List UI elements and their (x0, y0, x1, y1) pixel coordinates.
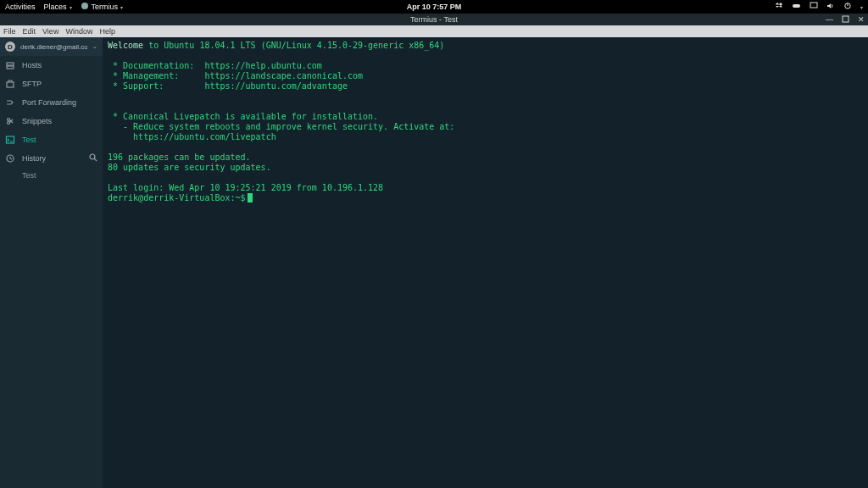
places-label: Places (44, 3, 67, 11)
sidebar-item-port-forwarding[interactable]: Port Forwarding (0, 93, 103, 112)
packages-line: 196 packages can be updated. (108, 152, 251, 162)
welcome-keyword: Welcome (108, 41, 143, 50)
svg-rect-11 (7, 136, 14, 143)
livepatch-url: https://ubuntu.com/livepatch (108, 132, 276, 141)
window-title-bar[interactable]: Termius - Test — ✕ (0, 14, 868, 25)
termius-app-icon (81, 2, 89, 12)
livepatch-line: - Reduce system reboots and improve kern… (108, 122, 454, 131)
sidebar-item-history[interactable]: History (0, 149, 103, 168)
welcome-line: to Ubuntu 18.04.1 LTS (GNU/Linux 4.15.0-… (143, 41, 444, 50)
app-menu[interactable]: Termius ▾ (81, 2, 124, 12)
last-login-line: Last login: Wed Apr 10 19:25:21 2019 fro… (108, 183, 383, 192)
svg-line-14 (94, 158, 97, 161)
maximize-button[interactable] (842, 15, 849, 25)
svg-point-0 (81, 3, 88, 9)
activities-button[interactable]: Activities (5, 3, 36, 11)
mgmt-url: https://landscape.canonical.com (204, 71, 363, 80)
svg-rect-5 (843, 16, 849, 22)
menu-view[interactable]: View (42, 27, 58, 36)
menu-help[interactable]: Help (99, 27, 115, 36)
sidebar: D derik.diener@gmail.com ⌄ Hosts SFTP Po… (0, 37, 103, 488)
svg-rect-7 (7, 66, 14, 69)
sidebar-item-sftp[interactable]: SFTP (0, 75, 103, 93)
svg-rect-1 (793, 4, 800, 8)
shell-prompt: derrik@derrik-VirtualBox:~$ (108, 193, 246, 202)
account-email: derik.diener@gmail.com (20, 43, 87, 51)
menu-edit[interactable]: Edit (23, 27, 36, 36)
sidebar-item-label: Test (22, 136, 97, 144)
sidebar-item-hosts[interactable]: Hosts (0, 56, 103, 75)
app-body: D derik.diener@gmail.com ⌄ Hosts SFTP Po… (0, 37, 868, 488)
svg-rect-6 (7, 63, 14, 65)
volume-icon[interactable] (826, 2, 835, 12)
chevron-down-icon: ▾ (120, 4, 123, 10)
support-label: * Support: (108, 81, 204, 91)
sidebar-item-label: Hosts (22, 61, 97, 69)
minimize-button[interactable]: — (826, 15, 833, 24)
screen-icon[interactable] (810, 2, 818, 12)
mgmt-label: * Management: (108, 71, 204, 80)
security-updates-line: 80 updates are security updates. (108, 163, 271, 172)
places-menu[interactable]: Places ▾ (44, 3, 72, 11)
sidebar-item-label: SFTP (22, 80, 97, 88)
svg-rect-8 (7, 82, 14, 87)
sidebar-item-snippets[interactable]: Snippets (0, 112, 103, 130)
close-button[interactable]: ✕ (858, 15, 865, 24)
sidebar-item-label: Snippets (22, 117, 97, 125)
controller-icon[interactable] (792, 2, 801, 12)
search-icon[interactable] (89, 153, 97, 164)
chevron-down-icon: ▾ (70, 4, 72, 10)
doc-url: https://help.ubuntu.com (204, 61, 321, 70)
dropbox-icon[interactable] (775, 2, 783, 12)
menu-file[interactable]: File (3, 27, 16, 36)
history-entry[interactable]: Test (0, 168, 103, 183)
terminal-icon (5, 135, 15, 145)
history-icon (5, 153, 15, 164)
avatar: D (5, 42, 15, 52)
hosts-icon (5, 60, 15, 70)
app-menu-bar: File Edit View Window Help (0, 25, 868, 37)
window-title: Termius - Test (410, 15, 458, 24)
system-tray: ▾ (775, 2, 863, 12)
terminal-output[interactable]: Welcome to Ubuntu 18.04.1 LTS (GNU/Linux… (103, 37, 868, 488)
doc-label: * Documentation: (108, 61, 204, 70)
sftp-icon (5, 79, 15, 89)
port-forwarding-icon (5, 97, 15, 108)
menu-window[interactable]: Window (65, 27, 92, 36)
desktop-top-bar: Activities Places ▾ Termius ▾ Apr 10 7:5… (0, 0, 868, 14)
chevron-down-icon: ⌄ (92, 43, 97, 50)
sidebar-item-label: Port Forwarding (22, 98, 97, 107)
account-switcher[interactable]: D derik.diener@gmail.com ⌄ (0, 37, 103, 56)
app-menu-label: Termius (92, 3, 119, 11)
support-url: https://ubuntu.com/advantage (204, 81, 348, 91)
sidebar-item-label: History (22, 154, 82, 163)
power-icon[interactable] (843, 2, 852, 12)
chevron-down-icon[interactable]: ▾ (860, 4, 863, 10)
livepatch-line: * Canonical Livepatch is available for i… (108, 112, 378, 121)
sidebar-item-terminal[interactable]: Test (0, 130, 103, 149)
snippets-icon (5, 116, 15, 126)
terminal-cursor (248, 193, 253, 202)
svg-point-13 (90, 154, 95, 159)
svg-rect-2 (810, 3, 817, 8)
clock[interactable]: Apr 10 7:57 PM (407, 3, 462, 11)
